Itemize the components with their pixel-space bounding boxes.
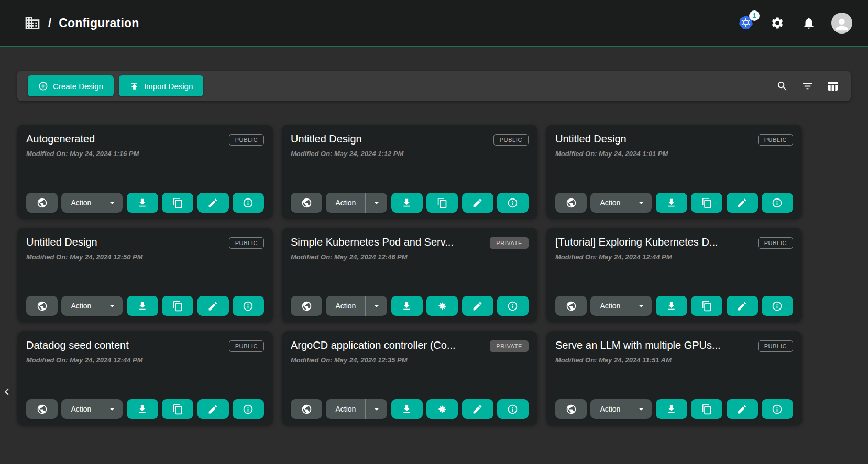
download-button[interactable] bbox=[656, 193, 687, 213]
info-button[interactable] bbox=[233, 399, 264, 419]
clone-button[interactable] bbox=[691, 193, 722, 213]
action-button[interactable]: Action bbox=[590, 193, 630, 213]
kubernetes-context-button[interactable]: 1 bbox=[737, 14, 755, 32]
clone-button[interactable] bbox=[426, 193, 458, 213]
action-dropdown-button[interactable] bbox=[630, 296, 652, 316]
edit-button[interactable] bbox=[727, 399, 758, 419]
info-button[interactable] bbox=[497, 399, 529, 419]
design-card: ArgoCD application controller (Co... PRI… bbox=[282, 331, 537, 425]
download-button[interactable] bbox=[656, 399, 687, 419]
edit-button[interactable] bbox=[197, 296, 229, 316]
download-button[interactable] bbox=[656, 296, 687, 316]
action-button-label: Action bbox=[71, 405, 91, 413]
action-dropdown-button[interactable] bbox=[101, 193, 123, 213]
clone-button[interactable] bbox=[426, 296, 458, 316]
action-dropdown-button[interactable] bbox=[365, 193, 387, 213]
clone-button[interactable] bbox=[426, 399, 458, 419]
action-split-button: Action bbox=[61, 296, 123, 316]
download-button[interactable] bbox=[127, 296, 158, 316]
visibility-globe-button[interactable] bbox=[555, 296, 587, 316]
clone-button[interactable] bbox=[691, 296, 722, 316]
info-button[interactable] bbox=[762, 296, 793, 316]
filter-button[interactable] bbox=[798, 77, 816, 95]
download-button[interactable] bbox=[127, 399, 158, 419]
action-button-label: Action bbox=[600, 302, 620, 310]
action-button-label: Action bbox=[335, 405, 356, 413]
edit-button[interactable] bbox=[727, 193, 758, 213]
edit-button[interactable] bbox=[197, 193, 229, 213]
visibility-globe-button[interactable] bbox=[555, 399, 587, 419]
download-button[interactable] bbox=[127, 193, 158, 213]
settings-button[interactable] bbox=[768, 14, 786, 32]
visibility-badge: PUBLIC bbox=[229, 340, 264, 352]
action-dropdown-button[interactable] bbox=[365, 399, 387, 419]
edit-button[interactable] bbox=[462, 193, 493, 213]
chevron-down-icon bbox=[106, 403, 118, 415]
action-button-label: Action bbox=[600, 198, 620, 207]
notifications-button[interactable] bbox=[800, 14, 818, 32]
globe-icon bbox=[301, 301, 312, 312]
edit-button[interactable] bbox=[727, 296, 758, 316]
edit-button[interactable] bbox=[462, 296, 493, 316]
action-button[interactable]: Action bbox=[61, 296, 101, 316]
action-dropdown-button[interactable] bbox=[630, 193, 652, 213]
action-button[interactable]: Action bbox=[326, 296, 365, 316]
clone-button[interactable] bbox=[162, 193, 193, 213]
info-icon bbox=[243, 301, 254, 312]
visibility-badge: PUBLIC bbox=[758, 134, 793, 146]
organization-building-icon[interactable] bbox=[24, 15, 41, 31]
info-button[interactable] bbox=[762, 399, 793, 419]
info-button[interactable] bbox=[233, 193, 264, 213]
action-button[interactable]: Action bbox=[590, 296, 630, 316]
edit-button[interactable] bbox=[197, 399, 229, 419]
download-button[interactable] bbox=[391, 296, 423, 316]
visibility-globe-button[interactable] bbox=[26, 399, 58, 419]
action-button[interactable]: Action bbox=[326, 193, 365, 213]
clone-button[interactable] bbox=[162, 296, 193, 316]
action-button[interactable]: Action bbox=[61, 193, 101, 213]
modified-on: Modified On: May 24, 2024 12:50 PM bbox=[26, 253, 264, 261]
clone-button[interactable] bbox=[162, 399, 193, 419]
breadcrumb-separator: / bbox=[48, 16, 51, 30]
info-button[interactable] bbox=[497, 296, 529, 316]
chevron-down-icon bbox=[635, 300, 647, 312]
download-button[interactable] bbox=[391, 399, 423, 419]
action-button[interactable]: Action bbox=[590, 399, 630, 419]
action-button[interactable]: Action bbox=[326, 399, 365, 419]
modified-on: Modified On: May 24, 2024 1:01 PM bbox=[555, 150, 793, 158]
visibility-globe-button[interactable] bbox=[291, 193, 322, 213]
info-icon bbox=[507, 301, 518, 312]
plus-circle-icon bbox=[38, 81, 48, 91]
search-icon bbox=[776, 80, 788, 92]
import-design-button[interactable]: Import Design bbox=[119, 75, 203, 96]
visibility-globe-button[interactable] bbox=[26, 296, 58, 316]
action-split-button: Action bbox=[61, 193, 123, 213]
create-design-button[interactable]: Create Design bbox=[28, 75, 114, 96]
action-dropdown-button[interactable] bbox=[101, 399, 123, 419]
card-header: Datadog seed content PUBLIC bbox=[26, 339, 264, 352]
visibility-globe-button[interactable] bbox=[291, 399, 322, 419]
design-card: Untitled Design PUBLIC Modified On: May … bbox=[546, 125, 802, 219]
info-button[interactable] bbox=[762, 193, 793, 213]
copy-icon bbox=[701, 301, 712, 312]
download-button[interactable] bbox=[391, 193, 423, 213]
edit-button[interactable] bbox=[462, 399, 493, 419]
action-dropdown-button[interactable] bbox=[101, 296, 123, 316]
action-dropdown-button[interactable] bbox=[630, 399, 652, 419]
info-button[interactable] bbox=[497, 193, 529, 213]
designs-toolbar: Create Design Import Design bbox=[17, 71, 851, 101]
visibility-badge: PRIVATE bbox=[490, 237, 529, 249]
visibility-globe-button[interactable] bbox=[26, 193, 58, 213]
table-view-button[interactable] bbox=[823, 77, 841, 95]
visibility-globe-button[interactable] bbox=[291, 296, 322, 316]
user-avatar-button[interactable] bbox=[831, 13, 852, 34]
globe-icon bbox=[37, 197, 48, 208]
clone-button[interactable] bbox=[691, 399, 722, 419]
sidebar-expand-button[interactable] bbox=[0, 384, 14, 400]
action-button[interactable]: Action bbox=[61, 399, 101, 419]
visibility-globe-button[interactable] bbox=[555, 193, 587, 213]
action-dropdown-button[interactable] bbox=[365, 296, 387, 316]
pencil-icon bbox=[737, 404, 748, 415]
search-button[interactable] bbox=[773, 77, 791, 95]
info-button[interactable] bbox=[233, 296, 264, 316]
